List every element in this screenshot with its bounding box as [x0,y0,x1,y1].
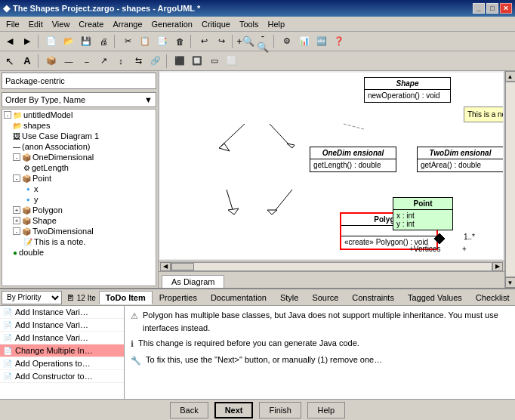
help-button[interactable]: Help [307,402,345,418]
tb-arrow-cross[interactable]: ⇆ [130,53,146,69]
tb-table[interactable]: 📊 [296,33,313,50]
expand-untitled[interactable]: - [4,111,11,119]
tb-addtext[interactable]: A [19,53,35,69]
minimize-button[interactable]: _ [473,3,485,14]
tree-node-double[interactable]: ● double [2,247,156,258]
onedim-class[interactable]: OneDim ensional getLength() : double [310,147,396,172]
todo-item-4[interactable]: 📄 Change Multiple In… [0,344,124,357]
tree-node-twodim[interactable]: - 📦 TwoDimensional [2,226,156,236]
tb-undo[interactable]: ↩ [196,33,212,50]
expand-twodim[interactable]: - [13,227,20,235]
package-dropdown[interactable]: Package-centric [2,73,156,89]
todo-item-2[interactable]: 📄 Add Instance Vari… [0,319,124,332]
tb-print[interactable]: 🖨 [95,33,112,50]
tab-as-diagram[interactable]: As Diagram [162,275,224,288]
tb-rect-empty[interactable]: ▭ [206,53,223,69]
tb-cut[interactable]: ✂ [119,33,136,50]
todo-item-1[interactable]: 📄 Add Instance Vari… [0,306,124,319]
tb-square[interactable]: ⬜ [224,53,240,69]
tb-save[interactable]: 💾 [78,33,94,50]
diagram-hscroll[interactable]: ◀ ▶ [159,261,504,271]
menu-arrange[interactable]: Arrange [108,18,146,30]
tree-node-polygon[interactable]: + 📦 Polygon [2,205,156,215]
menu-generation[interactable]: Generation [147,18,197,30]
tab-tagged-values[interactable]: Tagged Values [401,291,469,304]
menu-help[interactable]: Help [264,18,290,30]
shape-class[interactable]: Shape newOperation() : void [364,77,451,103]
tab-documentation[interactable]: Documentation [204,291,273,304]
right-scrollbar[interactable]: ▲ ▼ [504,71,515,288]
todo-item-6[interactable]: 📄 Add Constructor to… [0,370,124,383]
diagram-canvas[interactable]: Shape newOperation() : void OneDim ensio… [160,73,503,259]
tab-todo-item[interactable]: ToDo Item [99,291,153,304]
hscroll-left[interactable]: ◀ [160,262,171,271]
tb-delete[interactable]: 🗑 [171,33,188,50]
hscroll-right[interactable]: ▶ [492,262,503,271]
close-button[interactable]: ✕ [500,3,512,14]
tb-help[interactable]: ❓ [331,33,347,50]
menu-create[interactable]: Create [74,18,108,30]
tb-text[interactable]: 🔤 [313,33,330,50]
tree-node-onedim[interactable]: - 📦 OneDimensional [2,152,156,162]
priority-dropdown[interactable]: By Priority [2,291,62,304]
tb-zoomin[interactable]: +🔍 [237,33,254,50]
todo-item-3[interactable]: 📄 Add Instance Vari… [0,332,124,344]
tb-rect-filled[interactable]: ⬛ [171,53,188,69]
tree-node-x[interactable]: 🔹 x [2,184,156,194]
tree-node-anon[interactable]: — (anon Association) [2,141,156,152]
tb-paste[interactable]: 📑 [154,33,171,50]
tree-node-shape[interactable]: + 📦 Shape [2,215,156,226]
note-element[interactable]: This is a note. [464,107,503,122]
finish-button[interactable]: Finish [259,402,301,418]
tb-copy[interactable]: 📋 [137,33,153,50]
tree-node-usecase[interactable]: 🖼 Use Case Diagram 1 [2,131,156,141]
tab-checklist[interactable]: Checklist [469,291,515,304]
expand-shape[interactable]: + [13,217,20,224]
tb-link[interactable]: 🔗 [147,53,164,69]
tb-arrow-ne[interactable]: ↗ [95,53,112,69]
maximize-button[interactable]: □ [486,3,498,14]
tb-dash[interactable]: - - [78,53,94,69]
tb-open[interactable]: 📂 [60,33,77,50]
tb-arrow-bi[interactable]: ↕ [113,53,129,69]
tb-line[interactable]: — [60,53,77,69]
expand-onedim[interactable]: - [13,153,20,161]
tree-node-y[interactable]: 🔹 y [2,194,156,205]
tree-node-untitled[interactable]: - 📁 untitledModel [2,110,156,120]
tb-forward[interactable]: ▶ [19,33,35,50]
tb-new[interactable]: 📄 [43,33,60,50]
menu-view[interactable]: View [48,18,75,30]
menu-tools[interactable]: Tools [235,18,264,30]
hscroll-track[interactable] [171,262,492,271]
back-button[interactable]: Back [170,402,208,418]
tb-select[interactable]: ↖ [2,53,18,69]
scroll-down[interactable]: ▼ [505,277,516,288]
tb-back[interactable]: ◀ [2,33,18,50]
scroll-track[interactable] [505,82,516,277]
expand-polygon[interactable]: + [13,206,20,214]
menu-critique[interactable]: Critique [197,18,235,30]
tb-rect-check[interactable]: 🔲 [189,53,205,69]
point-class[interactable]: Point x : inty : int [393,197,453,230]
next-button[interactable]: Next [214,402,254,418]
twodim-class[interactable]: TwoDim ensional getArea() : double [417,147,503,172]
expand-point[interactable]: - [13,174,20,182]
menu-edit[interactable]: Edit [24,18,48,30]
scroll-up[interactable]: ▲ [505,71,516,82]
tab-properties[interactable]: Properties [153,291,204,304]
tb-redo[interactable]: ↪ [213,33,230,50]
tb-zoomout[interactable]: -🔍 [254,33,271,50]
tab-constraints[interactable]: Constraints [345,291,401,304]
tb-package[interactable]: 📦 [43,53,60,69]
tree-node-shapes[interactable]: 📂 shapes [2,120,156,131]
todo-item-5[interactable]: 📄 Add Operations to… [0,357,124,370]
tab-style[interactable]: Style [273,291,305,304]
tree-node-getlength[interactable]: ⚙ getLength [2,162,156,173]
hscroll-thumb[interactable] [171,263,194,270]
tree-node-point[interactable]: - 📦 Point [2,173,156,184]
order-dropdown[interactable]: Order By Type, Name ▼ [2,92,156,107]
tb-settings[interactable]: ⚙ [279,33,295,50]
tab-source[interactable]: Source [305,291,345,304]
menu-file[interactable]: File [2,18,24,30]
tree-node-note[interactable]: 📝 This is a note. [2,236,156,247]
